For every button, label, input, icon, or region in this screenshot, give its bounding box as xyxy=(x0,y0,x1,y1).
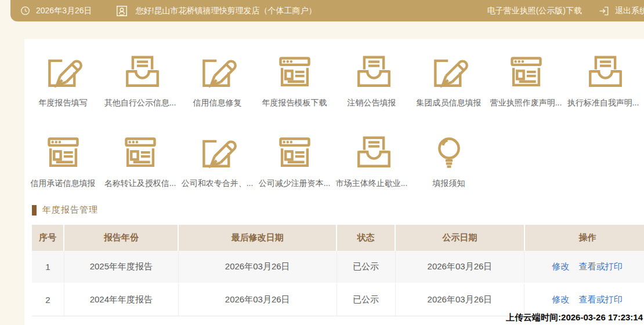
license-download-link[interactable]: 电子营业执照(公示版)下载 xyxy=(487,6,582,16)
menu-item-group-member-info[interactable]: 集团成员信息填报 xyxy=(410,52,487,108)
modify-link[interactable]: 修改 xyxy=(552,294,570,304)
col-header-publish-date: 公示日期 xyxy=(395,225,524,251)
menu-item-label: 信用信息修复 xyxy=(193,98,242,108)
current-date: 2026年3月26日 xyxy=(36,6,92,16)
cell-actions: 修改 查看或打印 xyxy=(524,283,644,316)
cell-publish-date: 2026年03月26日 xyxy=(395,283,524,316)
cell-report-year: 2024年年度报告 xyxy=(64,283,178,316)
menu-item-label: 营业执照作废声明... xyxy=(490,98,562,108)
cell-last-modified: 2026年03月26日 xyxy=(178,251,337,283)
inbox-icon xyxy=(583,52,624,93)
edit-icon xyxy=(197,133,238,173)
modify-link[interactable]: 修改 xyxy=(552,261,570,271)
cell-status: 已公示 xyxy=(337,283,395,316)
table-row: 2 2024年年度报告 2026年03月26日 已公示 2026年03月26日 … xyxy=(32,283,644,316)
menu-item-label: 其他自行公示信息... xyxy=(104,98,176,108)
menu-item-company-capital-reduction[interactable]: 公司减少注册资本... xyxy=(256,133,333,189)
col-header-actions: 操作 xyxy=(524,225,644,251)
menu-item-business-license-void-statement[interactable]: 营业执照作废声明... xyxy=(487,52,565,108)
menu-item-label: 市场主体终止歇业... xyxy=(336,178,408,189)
menu-item-other-self-publicity-info[interactable]: 其他自行公示信息... xyxy=(102,52,179,108)
edit-icon xyxy=(43,52,84,93)
form-icon xyxy=(506,52,547,93)
menu-item-label: 注销公告填报 xyxy=(348,98,396,108)
edit-icon xyxy=(197,52,238,93)
upload-cloud-time: 上传云端时间:2026-03-26 17:23:14 xyxy=(506,312,643,323)
menu-item-label: 公司和农专合并、... xyxy=(182,178,254,189)
logout-label[interactable]: 退出系统 xyxy=(615,6,644,16)
inbox-icon xyxy=(352,52,392,93)
menu-item-label: 公司减少注册资本... xyxy=(259,178,331,189)
form-icon xyxy=(43,133,84,173)
inbox-icon xyxy=(120,52,161,93)
menu-item-annual-report-template-download[interactable]: 年度报告模板下载 xyxy=(256,52,333,108)
menu-item-filing-instructions[interactable]: 填报须知 xyxy=(410,133,487,189)
col-header-index: 序号 xyxy=(32,225,64,251)
logout-icon[interactable] xyxy=(598,5,610,17)
section-header: 年度报告管理 xyxy=(32,205,644,216)
col-header-last-modified: 最后修改日期 xyxy=(178,225,337,251)
col-header-report-year: 报告年份 xyxy=(64,225,178,251)
form-icon xyxy=(274,52,315,93)
cell-index: 1 xyxy=(32,251,64,283)
menu-item-execution-standard-self-declaration[interactable]: 执行标准自我声明... xyxy=(565,52,642,108)
main-panel: 年度报告填写 其他自行公示信息... 信用信息修复 年度报告模板下载 注销公告填… xyxy=(24,39,644,325)
user-icon xyxy=(115,5,128,17)
form-icon xyxy=(274,133,315,173)
user-greeting: 您好!昆山市花桥镇禧理快剪理发店（个体工商户） xyxy=(136,6,317,16)
cell-status: 已公示 xyxy=(337,251,395,283)
menu-item-label: 年度报告模板下载 xyxy=(262,98,327,108)
col-header-status: 状态 xyxy=(337,225,395,251)
menu-item-label: 集团成员信息填报 xyxy=(417,98,482,108)
cell-index: 2 xyxy=(32,283,64,316)
view-or-print-link[interactable]: 查看或打印 xyxy=(579,294,623,304)
menu-item-label: 执行标准自我声明... xyxy=(567,98,639,108)
cell-actions: 修改 查看或打印 xyxy=(524,251,644,283)
menu-item-label: 年度报告填写 xyxy=(39,98,88,108)
top-bar: 2026年3月26日 您好!昆山市花桥镇禧理快剪理发店（个体工商户） 电子营业执… xyxy=(10,0,644,21)
form-icon xyxy=(120,133,161,173)
menu-item-label: 信用承诺信息填报 xyxy=(31,178,96,189)
menu-item-credit-info-repair[interactable]: 信用信息修复 xyxy=(179,52,256,108)
cell-publish-date: 2026年03月26日 xyxy=(395,251,524,283)
section-title: 年度报告管理 xyxy=(42,205,98,216)
menu-item-label: 填报须知 xyxy=(433,178,465,189)
section-accent-bar xyxy=(32,205,37,216)
annual-report-table: 序号 报告年份 最后修改日期 状态 公示日期 操作 1 2025年年度报告 20… xyxy=(32,225,644,316)
menu-item-market-entity-suspension[interactable]: 市场主体终止歇业... xyxy=(333,133,410,189)
menu-item-company-farm-coop-merger[interactable]: 公司和农专合并、... xyxy=(179,133,256,189)
menu-item-credit-commitment-info[interactable]: 信用承诺信息填报 xyxy=(24,133,102,189)
table-header-row: 序号 报告年份 最后修改日期 状态 公示日期 操作 xyxy=(32,225,644,251)
bulb-icon xyxy=(429,133,469,173)
menu-item-label: 名称转让及授权信... xyxy=(104,178,176,189)
menu-item-deregistration-announcement[interactable]: 注销公告填报 xyxy=(333,52,410,108)
inbox-icon xyxy=(352,133,392,173)
menu-item-name-transfer-authorization[interactable]: 名称转让及授权信... xyxy=(102,133,179,189)
function-menu: 年度报告填写 其他自行公示信息... 信用信息修复 年度报告模板下载 注销公告填… xyxy=(24,39,644,189)
menu-item-annual-report-fill[interactable]: 年度报告填写 xyxy=(24,52,102,108)
table-row: 1 2025年年度报告 2026年03月26日 已公示 2026年03月26日 … xyxy=(32,251,644,283)
logout-button[interactable]: 退出系统 xyxy=(598,5,644,17)
view-or-print-link[interactable]: 查看或打印 xyxy=(579,261,623,271)
cell-last-modified: 2026年03月26日 xyxy=(178,283,337,316)
cell-report-year: 2025年年度报告 xyxy=(64,251,178,283)
edit-icon xyxy=(429,52,469,93)
clock-icon xyxy=(20,5,31,16)
